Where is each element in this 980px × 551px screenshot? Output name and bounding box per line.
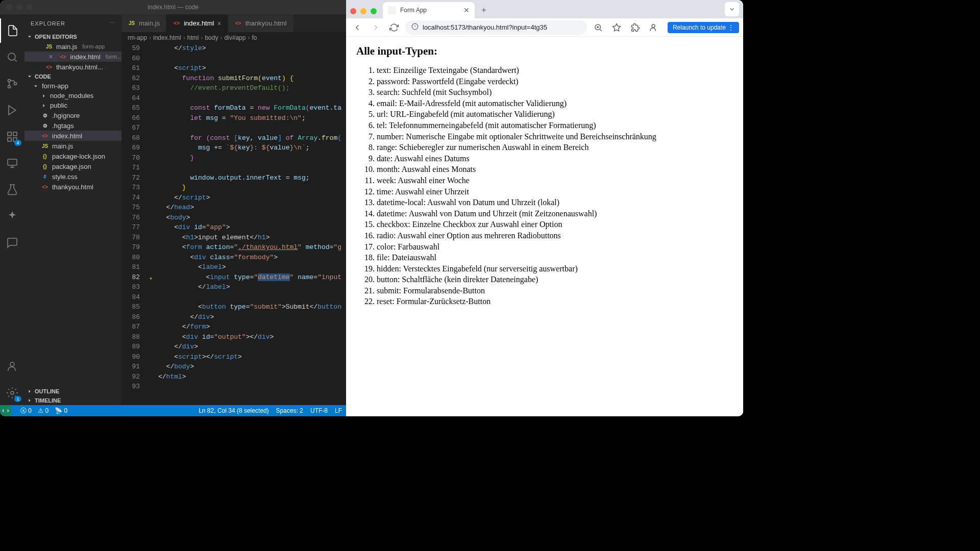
open-editor-item[interactable]: ×<>index.htmlform...: [24, 52, 121, 62]
svg-point-3: [14, 83, 17, 85]
status-errors[interactable]: ⓧ 0: [20, 407, 32, 415]
file-item[interactable]: <>index.html: [24, 131, 121, 141]
zoom-dot[interactable]: [371, 8, 377, 14]
list-item: range: Schieberegler zur numerischen Aus…: [377, 142, 733, 153]
file-item[interactable]: ⚙.hgignore: [24, 110, 121, 120]
list-item: datetime-local: Auswahl von Datum und Uh…: [377, 197, 733, 208]
breadcrumb-item[interactable]: rm-app: [128, 34, 147, 41]
breadcrumb-item[interactable]: html: [187, 34, 199, 41]
search-icon[interactable]: [0, 45, 24, 69]
breadcrumb-item[interactable]: body: [205, 34, 218, 41]
status-warnings[interactable]: ⚠ 0: [38, 407, 48, 414]
svg-rect-4: [8, 132, 11, 136]
minimize-dot[interactable]: [360, 8, 366, 14]
chrome-tab[interactable]: Form App ✕: [383, 2, 475, 18]
accounts-icon[interactable]: [0, 354, 24, 379]
tab-search-icon[interactable]: [725, 2, 739, 16]
status-ports[interactable]: 📡 0: [55, 407, 67, 414]
back-button[interactable]: [350, 20, 364, 35]
status-position[interactable]: Ln 82, Col 34 (8 selected): [199, 407, 268, 414]
list-item: color: Farbauswahl: [377, 241, 733, 253]
reload-button[interactable]: [387, 20, 401, 35]
file-item[interactable]: JSmain.js: [24, 141, 121, 151]
sparkle-icon[interactable]: [0, 204, 24, 229]
folder-root[interactable]: form-app: [24, 81, 121, 91]
editor-tab[interactable]: <>index.html×: [166, 14, 228, 32]
status-bar: ⓧ 0 ⚠ 0 📡 0 Ln 82, Col 34 (8 selected) S…: [0, 405, 346, 416]
breadcrumb-item[interactable]: fo: [252, 34, 257, 41]
outline-section[interactable]: OUTLINE: [24, 387, 121, 396]
address-bar[interactable]: localhost:5173/thankyou.html?input=4tg35: [405, 20, 587, 35]
input-types-list: text: Einzeilige Texteingabe (Standardwe…: [356, 65, 733, 307]
bookmark-icon[interactable]: [609, 20, 624, 35]
relaunch-button[interactable]: Relaunch to update ⋮: [668, 22, 739, 33]
sparkle-icon[interactable]: ✦: [149, 274, 153, 284]
file-item[interactable]: <>thankyou.html: [24, 182, 121, 192]
window-title: index.html — code: [148, 4, 198, 11]
close-icon[interactable]: ×: [217, 19, 221, 28]
close-dot[interactable]: [6, 4, 12, 10]
debug-icon[interactable]: [0, 98, 24, 122]
gear-icon[interactable]: 1: [0, 381, 24, 405]
chrome-window-controls[interactable]: [350, 8, 377, 14]
vscode-titlebar: index.html — code: [0, 0, 346, 14]
open-editor-item[interactable]: <>thankyou.html...: [24, 62, 121, 72]
list-item: search: Suchfeld (mit Suchsymbol): [377, 87, 733, 98]
open-editor-item[interactable]: JSmain.jsform-app: [24, 41, 121, 52]
zoom-icon[interactable]: [591, 20, 605, 35]
file-icon: #: [41, 172, 49, 181]
breadcrumb-item[interactable]: div#app: [224, 34, 246, 41]
file-icon: {}: [41, 162, 49, 170]
list-item: url: URL-Eingabefeld (mit automatischer …: [377, 109, 733, 120]
folder-item[interactable]: public: [24, 101, 121, 110]
list-item: submit: Formularabsende-Button: [377, 285, 733, 296]
file-item[interactable]: {}package-lock.json: [24, 151, 121, 161]
explorer-icon[interactable]: [0, 18, 24, 43]
profile-icon[interactable]: [646, 20, 660, 35]
extensions-icon[interactable]: 4: [0, 124, 24, 149]
zoom-dot[interactable]: [27, 4, 33, 10]
status-encoding[interactable]: UTF-8: [310, 407, 328, 414]
window-controls[interactable]: [6, 4, 33, 10]
url-text: localhost:5173/thankyou.html?input=4tg35: [423, 23, 547, 31]
code-editor[interactable]: 5960616263646566676869707172737475767778…: [121, 43, 346, 405]
status-spaces[interactable]: Spaces: 2: [276, 407, 303, 414]
favicon: [388, 6, 396, 14]
editor-tab[interactable]: JSmain.js: [121, 14, 166, 32]
close-icon[interactable]: ×: [48, 53, 53, 60]
remote-indicator[interactable]: [0, 405, 11, 416]
tab-close-icon[interactable]: ✕: [463, 6, 470, 14]
list-item: password: Passwortfeld (Eingabe verdeckt…: [377, 76, 733, 87]
remote-icon[interactable]: [0, 151, 24, 176]
chat-icon[interactable]: [0, 231, 24, 255]
file-item[interactable]: ⚙.hgtags: [24, 120, 121, 131]
file-icon: <>: [41, 132, 49, 140]
file-icon: JS: [128, 19, 136, 28]
file-icon: ⚙: [41, 121, 49, 130]
close-dot[interactable]: [350, 8, 356, 14]
status-eol[interactable]: LF: [335, 407, 342, 414]
breadcrumbs[interactable]: rm-app›index.html›html›body›div#app›fo: [121, 32, 346, 43]
file-item[interactable]: #style.css: [24, 171, 121, 182]
list-item: month: Auswahl eines Monats: [377, 164, 733, 175]
minimize-dot[interactable]: [16, 4, 22, 10]
source-control-icon[interactable]: [0, 71, 24, 96]
file-icon: JS: [41, 142, 49, 150]
svg-point-10: [11, 391, 14, 394]
new-tab-button[interactable]: +: [477, 3, 491, 17]
forward-button[interactable]: [369, 20, 383, 35]
explorer-more-icon[interactable]: ⋯: [109, 20, 115, 27]
list-item: week: Auswahl einer Woche: [377, 175, 733, 186]
testing-icon[interactable]: [0, 178, 24, 202]
code-section[interactable]: CODE: [24, 72, 121, 81]
timeline-section[interactable]: TIMELINE: [24, 396, 121, 405]
extensions-icon[interactable]: [628, 20, 642, 35]
site-info-icon[interactable]: [411, 23, 419, 32]
file-icon: JS: [45, 42, 53, 51]
folder-item[interactable]: node_modules: [24, 91, 121, 101]
open-editors-section[interactable]: OPEN EDITORS: [24, 32, 121, 41]
editor-tab[interactable]: <>thankyou.html: [228, 14, 293, 32]
file-item[interactable]: {}package.json: [24, 161, 121, 171]
editor-tabs: JSmain.js<>index.html×<>thankyou.html: [121, 14, 346, 32]
breadcrumb-item[interactable]: index.html: [153, 34, 181, 41]
